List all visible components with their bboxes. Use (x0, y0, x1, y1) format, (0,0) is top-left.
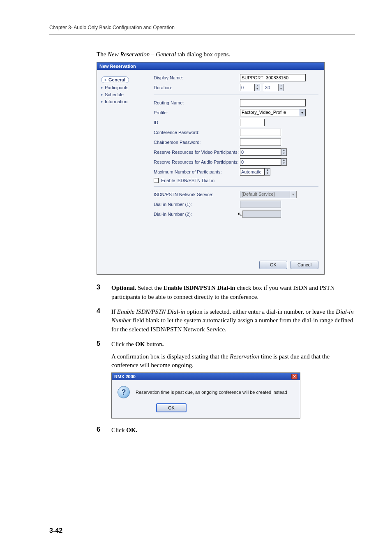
routing-name-input[interactable] (240, 99, 306, 106)
step-3-number: 3 (97, 284, 111, 302)
header-rule (49, 34, 355, 35)
isdn-service-select: [Default Service] (240, 191, 290, 198)
step-6: 6 Click OK. (97, 426, 355, 435)
label-max-part: Maximum Number of Participants: (154, 169, 240, 174)
chevron-right-icon: ▸ (101, 99, 103, 104)
id-input[interactable] (240, 119, 265, 126)
caption-em2: General (156, 51, 176, 58)
ok-button[interactable]: OK (259, 261, 287, 269)
label-isdn-service: ISDN/PSTN Network Service: (154, 192, 240, 197)
dropdown-arrow-icon: ▼ (290, 191, 297, 198)
close-icon[interactable]: ✕ (291, 374, 297, 379)
chevron-right-icon: ▸ (105, 78, 107, 82)
spinner-buttons-icon[interactable]: ▲▼ (254, 84, 260, 91)
label-display-name: Display Name: (154, 75, 240, 80)
nav-general-label: General (108, 77, 125, 82)
step-3-a: Select the (136, 284, 163, 291)
step-5-number: 5 (97, 340, 111, 370)
chairperson-password-input[interactable] (240, 139, 281, 146)
label-conf-pass: Conference Password: (154, 130, 240, 135)
step-6-a: Click (111, 427, 126, 433)
caption-prefix: The (97, 51, 108, 58)
step-5-a: Click the (111, 341, 135, 347)
step-4-b: option is selected, either enter a dial-… (185, 308, 336, 315)
label-chair-pass: Chairperson Password: (154, 140, 240, 145)
separator (154, 186, 318, 187)
nav-general[interactable]: ▸ General (101, 76, 129, 83)
cursor-icon: ↖ (238, 211, 242, 217)
msgbox-title: RMX 2000 (114, 374, 136, 379)
dialin-1-input (240, 201, 281, 208)
step-4: 4 If Enable ISDN/PSTN Dial-in option is … (97, 308, 355, 334)
nav-schedule-label: Schedule (105, 92, 124, 97)
step-3: 3 Optional. Select the Enable ISDN/PSTN … (97, 284, 355, 302)
dialog-form: Display Name: Duration: 0 ▲▼ : 30 ▲▼ (146, 74, 318, 253)
nav-information-label: Information (105, 99, 127, 104)
max-participants-input[interactable]: Automatic (240, 168, 265, 176)
label-duration: Duration: (154, 85, 240, 90)
step-4-c: field blank to let the system automatica… (111, 317, 353, 333)
step-5-b: OK (135, 341, 145, 347)
spinner-buttons-icon[interactable]: ▲▼ (265, 168, 270, 176)
chapter-header: Chapter 3- Audio Only Basic Configuratio… (49, 25, 355, 30)
res-video-input[interactable]: 0 (240, 148, 281, 156)
chevron-right-icon: ▸ (101, 86, 103, 90)
msgbox-title-bar: RMX 2000 ✕ (112, 373, 300, 380)
caption-mid: – (150, 51, 156, 58)
label-res-video: Reserve Resources for Video Participants… (154, 150, 240, 155)
nav-schedule[interactable]: ▸ Schedule (101, 92, 146, 97)
label-dial2: Dial-in Number (2): (154, 212, 240, 217)
label-routing-name: Routing Name: (154, 100, 240, 105)
separator (154, 95, 318, 95)
profile-select[interactable]: Factory_Video_Profile (240, 109, 299, 116)
nav-participants-label: Participants (105, 85, 128, 90)
msgbox-text: Reservation time is past due, an ongoing… (136, 390, 287, 395)
res-audio-input[interactable]: 0 (240, 158, 281, 166)
label-dial1: Dial-in Number (1): (154, 202, 240, 207)
dialog-nav: ▸ General ▸ Participants ▸ Schedule ▸ In… (101, 74, 146, 253)
duration-spinner[interactable]: 0 ▲▼ : 30 ▲▼ (240, 84, 284, 91)
step-5-e: A confirmation box is displayed stating … (111, 353, 230, 360)
dialog-title-bar: New Reservation (97, 62, 324, 70)
new-reservation-dialog: New Reservation ▸ General ▸ Participants… (97, 62, 325, 275)
spinner-buttons-icon[interactable]: ▲▼ (281, 158, 287, 166)
label-profile: Profile: (154, 110, 240, 115)
step-3-optional: Optional. (111, 284, 136, 291)
step-4-a: If (111, 308, 117, 315)
duration-colon: : (261, 85, 263, 90)
spinner-buttons-icon[interactable]: ▲▼ (278, 84, 284, 91)
caption-suffix: tab dialog box opens. (176, 51, 230, 58)
nav-participants[interactable]: ▸ Participants (101, 85, 146, 90)
step-4-em1: Enable ISDN/PSTN Dial-in (117, 308, 185, 315)
question-icon: ? (118, 386, 130, 398)
step-6-number: 6 (97, 426, 111, 435)
confirmation-dialog: RMX 2000 ✕ ? Reservation time is past du… (111, 372, 300, 419)
step-5: 5 Click the OK button. A confirmation bo… (97, 340, 355, 370)
display-name-input[interactable] (240, 74, 306, 81)
label-enable-isdn: Enable ISDN/PSTN Dial-in (161, 178, 214, 183)
step-6-b: OK. (126, 427, 137, 433)
duration-hours[interactable]: 0 (240, 84, 254, 91)
spinner-buttons-icon[interactable]: ▲▼ (281, 148, 287, 156)
label-res-audio: Reserve Resources for Audio Participants… (154, 160, 240, 164)
step-5-d: . (162, 341, 164, 347)
page-number: 3-42 (49, 527, 62, 534)
label-id: ID: (154, 120, 240, 125)
step-3-b: Enable ISDN/PSTN Dial-in (164, 284, 235, 291)
enable-isdn-checkbox[interactable] (154, 178, 159, 183)
nav-information[interactable]: ▸ Information (101, 99, 146, 104)
msgbox-ok-button[interactable]: OK (156, 403, 187, 412)
step-5-em: Reservation (230, 353, 259, 360)
step-5-c: button (145, 341, 162, 347)
figure-caption: The New Reservation – General tab dialog… (97, 51, 355, 58)
step-4-number: 4 (97, 308, 111, 334)
chevron-right-icon: ▸ (101, 92, 103, 97)
dropdown-arrow-icon[interactable]: ▼ (299, 109, 306, 116)
dialin-2-input (242, 210, 281, 218)
duration-minutes[interactable]: 30 (264, 84, 278, 91)
conference-password-input[interactable] (240, 129, 281, 136)
caption-em1: New Reservation (108, 51, 150, 58)
cancel-button[interactable]: Cancel (291, 261, 318, 269)
